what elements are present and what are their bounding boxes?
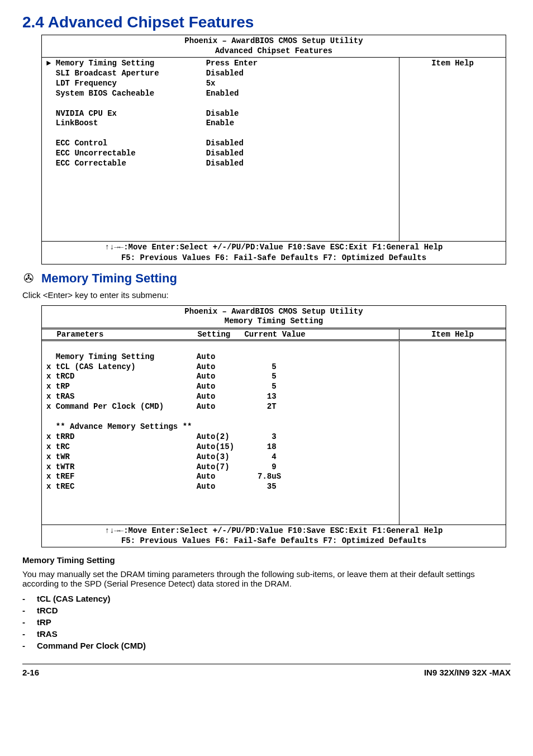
list-item-label: tRP (37, 617, 51, 627)
paragraph-text: You may manually set the DRAM timing par… (22, 569, 511, 588)
bios-column-headers: Parameters Setting Current Value Item He… (42, 328, 506, 341)
list-item: -tRCD (22, 606, 511, 615)
list-item: -Command Per Clock (CMD) (22, 641, 511, 650)
page-footer: 2-16 IN9 32X/IN9 32X -MAX (22, 664, 511, 677)
bios-utility-label: Phoenix – AwardBIOS CMOS Setup Utility (184, 36, 363, 45)
bios-settings-panel: Memory Timing Setting Auto x tCL (CAS La… (42, 341, 399, 525)
bios-footer: ↑↓→←:Move Enter:Select +/-/PU/PD:Value F… (42, 242, 506, 263)
bios-utility-label: Phoenix – AwardBIOS CMOS Setup Utility (184, 307, 363, 316)
dash-icon: - (22, 594, 37, 603)
dash-icon: - (22, 606, 37, 615)
dash-icon: - (22, 617, 37, 627)
list-item-label: tRCD (37, 606, 58, 615)
bios-columns-left: Parameters Setting Current Value (42, 329, 399, 339)
sub-item-list: -tCL (CAS Latency) -tRCD -tRP -tRAS -Com… (22, 594, 511, 650)
paragraph-heading: Memory Timing Setting (22, 555, 511, 565)
list-item: -tRP (22, 617, 511, 627)
dash-icon: - (22, 641, 37, 650)
bios-keyhint-1: ↑↓→←:Move Enter:Select +/-/PU/PD:Value F… (105, 243, 443, 252)
page-number: 2-16 (22, 668, 39, 677)
bios-keyhint-2: F5: Previous Values F6: Fail-Safe Defaul… (121, 253, 426, 262)
bios-keyhint-2: F5: Previous Values F6: Fail-Safe Defaul… (121, 536, 426, 545)
bios-screen-name: Memory Timing Setting (225, 316, 323, 325)
bios-settings-panel: ► Memory Timing Setting Press Enter SLI … (42, 58, 399, 241)
bios-help-panel: Item Help (399, 58, 506, 241)
list-item-label: Command Per Clock (CMD) (37, 641, 146, 650)
bios-header: Phoenix – AwardBIOS CMOS Setup Utility A… (42, 35, 506, 57)
list-item-label: tCL (CAS Latency) (37, 594, 110, 603)
list-item: -tCL (CAS Latency) (22, 594, 511, 603)
subsection-heading: ✇ Memory Timing Setting (22, 271, 511, 286)
bullet-icon: ✇ (23, 271, 34, 286)
bios-help-panel (399, 341, 506, 525)
product-name: IN9 32X/IN9 32X -MAX (424, 668, 511, 677)
subsection-title: Memory Timing Setting (41, 271, 177, 286)
list-item-label: tRAS (37, 629, 58, 639)
bios-footer: ↑↓→←:Move Enter:Select +/-/PU/PD:Value F… (42, 525, 506, 547)
page-title: 2.4 Advanced Chipset Features (22, 13, 511, 31)
dash-icon: - (22, 629, 37, 639)
bios-screen-memory-timing: Phoenix – AwardBIOS CMOS Setup Utility M… (41, 305, 506, 548)
enter-instruction: Click <Enter> key to enter its submenu: (22, 290, 511, 300)
bios-keyhint-1: ↑↓→←:Move Enter:Select +/-/PU/PD:Value F… (105, 526, 443, 535)
bios-header: Phoenix – AwardBIOS CMOS Setup Utility M… (42, 306, 506, 328)
bios-screen-advanced-chipset: Phoenix – AwardBIOS CMOS Setup Utility A… (41, 35, 506, 264)
bios-screen-name: Advanced Chipset Features (215, 46, 332, 55)
list-item: -tRAS (22, 629, 511, 639)
bios-help-header: Item Help (399, 329, 506, 339)
